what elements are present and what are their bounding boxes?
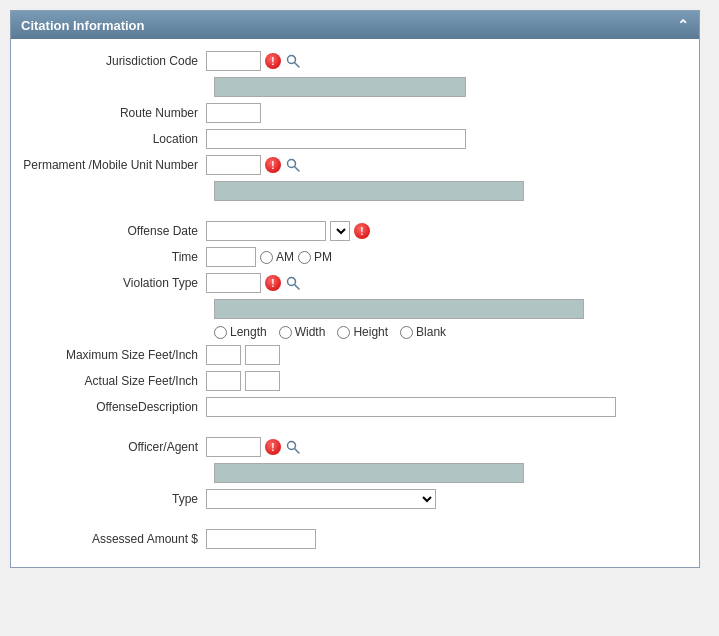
pm-radio[interactable]	[298, 251, 311, 264]
time-field: AM PM	[206, 247, 689, 267]
search-icon-4[interactable]	[285, 439, 301, 455]
actual-size-inch-input[interactable]	[245, 371, 280, 391]
violation-type-input[interactable]	[206, 273, 261, 293]
height-radio-label: Height	[337, 325, 388, 339]
offense-desc-label: OffenseDescription	[21, 400, 206, 414]
jurisdiction-code-input[interactable]	[206, 51, 261, 71]
offense-desc-field	[206, 397, 689, 417]
actual-size-field	[206, 371, 689, 391]
pm-label: PM	[314, 250, 332, 264]
permanent-mobile-row: Permament /Mobile Unit Number !	[21, 155, 689, 175]
info-icon-2[interactable]: !	[265, 157, 281, 173]
am-label: AM	[276, 250, 294, 264]
am-radio[interactable]	[260, 251, 273, 264]
route-number-row: Route Number	[21, 103, 689, 123]
assessed-amount-input[interactable]	[206, 529, 316, 549]
assessed-amount-label: Assessed Amount $	[21, 532, 206, 546]
actual-size-label: Actual Size Feet/Inch	[21, 374, 206, 388]
type-field	[206, 489, 689, 509]
offense-desc-row: OffenseDescription	[21, 397, 689, 417]
maximum-size-inch-input[interactable]	[245, 345, 280, 365]
panel-header: Citation Information ⌃	[11, 11, 699, 39]
width-radio-label: Width	[279, 325, 326, 339]
svg-line-3	[295, 167, 300, 172]
maximum-size-field	[206, 345, 689, 365]
jurisdiction-code-field: !	[206, 51, 689, 71]
violation-type-row: Violation Type !	[21, 273, 689, 293]
search-icon[interactable]	[285, 53, 301, 69]
actual-size-row: Actual Size Feet/Inch	[21, 371, 689, 391]
assessed-amount-row: Assessed Amount $	[21, 529, 689, 549]
height-label: Height	[353, 325, 388, 339]
location-label: Location	[21, 132, 206, 146]
type-select[interactable]	[206, 489, 436, 509]
blank-radio-label: Blank	[400, 325, 446, 339]
officer-agent-row: Officer/Agent !	[21, 437, 689, 457]
info-icon-3[interactable]: !	[354, 223, 370, 239]
collapse-icon[interactable]: ⌃	[677, 17, 689, 33]
type-label: Type	[21, 492, 206, 506]
time-label: Time	[21, 250, 206, 264]
officer-agent-input[interactable]	[206, 437, 261, 457]
offense-date-field: !	[206, 221, 689, 241]
length-radio[interactable]	[214, 326, 227, 339]
citation-information-panel: Citation Information ⌃ Jurisdiction Code…	[10, 10, 700, 568]
time-input[interactable]	[206, 247, 256, 267]
time-row: Time AM PM	[21, 247, 689, 267]
width-radio[interactable]	[279, 326, 292, 339]
jurisdiction-code-label: Jurisdiction Code	[21, 54, 206, 68]
svg-line-5	[295, 285, 300, 290]
violation-dropdown-display	[214, 299, 584, 319]
blank-radio[interactable]	[400, 326, 413, 339]
route-number-field	[206, 103, 689, 123]
location-row: Location	[21, 129, 689, 149]
jurisdiction-dropdown-row	[214, 77, 689, 97]
offense-date-label: Offense Date	[21, 224, 206, 238]
officer-agent-field: !	[206, 437, 689, 457]
maximum-size-feet-input[interactable]	[206, 345, 241, 365]
permanent-dropdown-display	[214, 181, 524, 201]
officer-agent-label: Officer/Agent	[21, 440, 206, 454]
width-label: Width	[295, 325, 326, 339]
blank-label: Blank	[416, 325, 446, 339]
svg-line-1	[295, 63, 300, 68]
officer-dropdown-display	[214, 463, 524, 483]
offense-date-input[interactable]	[206, 221, 326, 241]
permanent-dropdown-row	[214, 181, 689, 201]
jurisdiction-dropdown-display	[214, 77, 466, 97]
officer-dropdown-row	[214, 463, 689, 483]
permanent-mobile-field: !	[206, 155, 689, 175]
maximum-size-label: Maximum Size Feet/Inch	[21, 348, 206, 362]
search-icon-3[interactable]	[285, 275, 301, 291]
location-input[interactable]	[206, 129, 466, 149]
svg-line-7	[295, 449, 300, 454]
maximum-size-row: Maximum Size Feet/Inch	[21, 345, 689, 365]
offense-desc-input[interactable]	[206, 397, 616, 417]
search-icon-2[interactable]	[285, 157, 301, 173]
route-number-label: Route Number	[21, 106, 206, 120]
length-label: Length	[230, 325, 267, 339]
panel-body: Jurisdiction Code ! Route Number	[11, 39, 699, 567]
violation-type-label: Violation Type	[21, 276, 206, 290]
offense-date-dropdown[interactable]	[330, 221, 350, 241]
info-icon-5[interactable]: !	[265, 439, 281, 455]
info-icon-4[interactable]: !	[265, 275, 281, 291]
length-radio-label: Length	[214, 325, 267, 339]
permanent-mobile-label: Permament /Mobile Unit Number	[21, 158, 206, 172]
route-number-input[interactable]	[206, 103, 261, 123]
assessed-amount-field	[206, 529, 689, 549]
info-icon[interactable]: !	[265, 53, 281, 69]
violation-dropdown-row	[214, 299, 689, 319]
location-field	[206, 129, 689, 149]
jurisdiction-code-row: Jurisdiction Code !	[21, 51, 689, 71]
offense-date-row: Offense Date !	[21, 221, 689, 241]
am-radio-label: AM	[260, 250, 294, 264]
pm-radio-label: PM	[298, 250, 332, 264]
permanent-mobile-input[interactable]	[206, 155, 261, 175]
size-type-radio-group: Length Width Height Blank	[214, 325, 689, 339]
actual-size-feet-input[interactable]	[206, 371, 241, 391]
height-radio[interactable]	[337, 326, 350, 339]
violation-type-field: !	[206, 273, 689, 293]
panel-title: Citation Information	[21, 18, 145, 33]
type-row: Type	[21, 489, 689, 509]
